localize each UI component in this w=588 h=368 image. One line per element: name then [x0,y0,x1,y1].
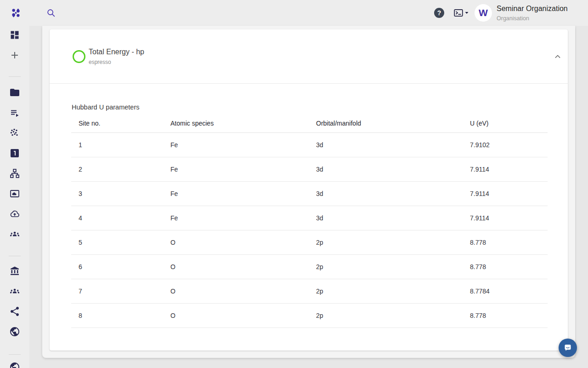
sidebar-item-institution[interactable] [9,265,20,276]
cell-u: 8.778 [470,263,548,270]
table-row: 2 Fe 3d 7.9114 [71,157,548,182]
sidebar-item-globe-partial[interactable] [9,362,20,368]
share-icon [9,306,20,317]
cell-species: Fe [170,214,316,222]
cell-u: 7.9114 [470,166,548,173]
cell-u: 8.778 [470,312,548,319]
globe-icon [9,326,20,337]
cell-u: 7.9102 [470,141,548,149]
card-header-divider [50,83,568,84]
sidebar-item-discover[interactable] [9,326,20,337]
hubbard-table: Site no. Atomic species Orbital/manifold… [71,114,548,328]
sidebar-item-workflows[interactable] [9,168,20,179]
cell-orbital: 3d [316,166,470,173]
table-row: 1 Fe 3d 7.9102 [71,133,548,157]
table-row: 7 O 2p 8.7784 [71,279,548,304]
section-title: Hubbard U parameters [72,104,140,111]
job-list-icon [9,107,20,118]
column-header-species: Atomic species [170,120,316,127]
sidebar-item-jobs[interactable] [9,107,20,118]
table-row: 6 O 2p 8.778 [71,255,548,279]
cell-site: 7 [71,288,170,295]
avatar[interactable]: W [475,4,492,22]
globe-partial-icon [9,362,20,368]
framed-cloud-icon [9,188,20,199]
cell-u: 8.7784 [470,288,548,295]
cell-orbital: 3d [316,214,470,222]
cell-species: Fe [170,190,316,197]
column-header-orbital: Orbital/manifold [316,120,470,127]
sidebar-item-community[interactable] [9,286,20,297]
sidebar-item-looks-one[interactable] [9,148,20,159]
chat-launcher-button[interactable] [559,339,577,357]
cell-orbital: 2p [316,312,470,319]
sidebar-divider [9,256,21,256]
cell-u: 7.9114 [470,214,548,222]
cell-u: 8.778 [470,239,548,246]
table-row: 8 O 2p 8.778 [71,304,548,328]
cell-species: O [170,312,316,319]
sidebar-item-add[interactable] [9,50,20,61]
cell-orbital: 2p [316,263,470,270]
sidebar-item-share[interactable] [9,306,20,317]
chat-bubble-icon [563,343,573,353]
workflow-tree-icon [9,168,20,179]
cell-species: Fe [170,166,316,173]
sidebar-item-dashboard[interactable] [9,29,20,40]
column-header-u: U (eV) [470,120,548,127]
table-header-row: Site no. Atomic species Orbital/manifold… [71,114,548,133]
community-icon [9,286,20,297]
help-icon[interactable]: ? [434,8,444,18]
cell-orbital: 2p [316,288,470,295]
sidebar-item-upload[interactable] [9,208,20,219]
cloud-upload-icon [9,208,20,219]
table-row: 5 O 2p 8.778 [71,230,548,255]
cell-orbital: 3d [316,190,470,197]
folder-icon [9,87,20,98]
terminal-icon[interactable] [453,7,470,18]
column-header-site: Site no. [71,120,170,127]
chevron-up-icon[interactable] [553,52,562,61]
table-row: 3 Fe 3d 7.9114 [71,182,548,206]
sidebar-item-compute[interactable] [9,188,20,199]
bank-icon [9,265,20,276]
avatar-initial: W [479,7,488,18]
table-row: 4 Fe 3d 7.9114 [71,206,548,230]
dashboard-icon [9,29,20,40]
organization-name: Seminar Organization [497,5,584,13]
top-bar [0,0,588,26]
app-logo-icon[interactable] [9,6,22,19]
cell-site: 2 [71,166,170,173]
cell-site: 6 [71,263,170,270]
help-glyph: ? [437,9,441,17]
status-ring-icon [73,50,85,63]
cell-species: O [170,239,316,246]
cell-species: O [170,288,316,295]
groups-icon [9,229,20,240]
looks-one-icon [9,148,20,159]
cell-site: 8 [71,312,170,319]
sidebar-divider [9,76,21,77]
cell-site: 1 [71,141,170,149]
search-icon[interactable] [46,8,56,18]
cell-site: 3 [71,190,170,197]
grain-dots-icon [9,127,20,138]
card-subtitle: espresso [89,59,111,65]
caret-down-icon [464,10,469,16]
cell-site: 4 [71,214,170,222]
process-card: Total Energy - hp espresso Hubbard U par… [50,29,568,351]
card-title: Total Energy - hp [89,48,144,56]
sidebar-divider [9,354,21,355]
cell-orbital: 3d [316,141,470,149]
cell-orbital: 2p [316,239,470,246]
sidebar-item-structures[interactable] [9,127,20,138]
cell-species: Fe [170,141,316,149]
sidebar-item-files[interactable] [9,87,20,98]
cell-species: O [170,263,316,270]
plus-icon [9,50,20,61]
organization-subtitle: Organisation [497,15,584,22]
sidebar-item-groups[interactable] [9,229,20,240]
cell-site: 5 [71,239,170,246]
cell-u: 7.9114 [470,190,548,197]
